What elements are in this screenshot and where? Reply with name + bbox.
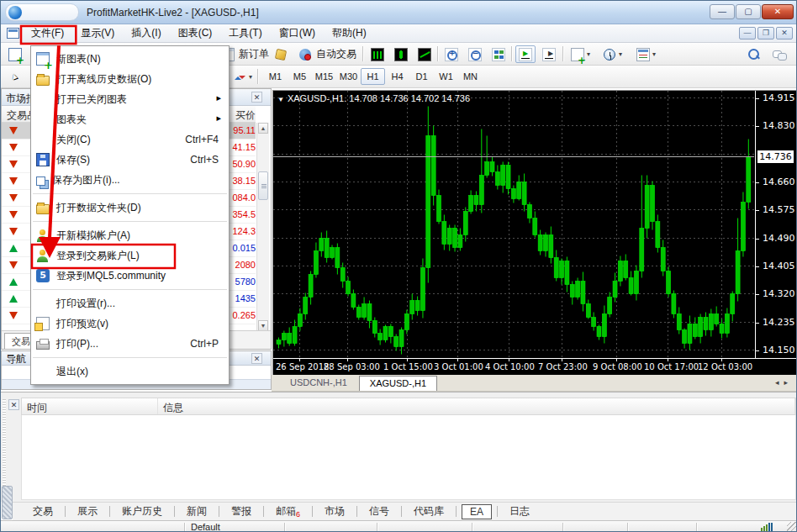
file-menu-item[interactable]: 登录到MQL5.community — [31, 266, 229, 286]
bar-chart-icon — [371, 48, 384, 61]
child-minimize-button[interactable]: — — [739, 27, 756, 40]
time-column-header: 时间 — [22, 398, 158, 414]
terminal-tab-0[interactable]: 交易 — [26, 503, 60, 520]
price-label: 14.150 — [756, 345, 796, 356]
timeframe-w1[interactable]: W1 — [434, 68, 458, 85]
menu-icon-blank — [36, 133, 50, 146]
profile-label[interactable]: Default — [191, 522, 220, 532]
gold-nugget-icon — [275, 48, 287, 60]
line-chart-button[interactable] — [414, 45, 435, 63]
candlestick-chart-button[interactable] — [391, 45, 411, 63]
print-icon — [36, 341, 50, 350]
connection-status-icon[interactable] — [761, 523, 774, 532]
file-menu-item[interactable]: 退出(x) — [31, 361, 229, 382]
file-menu-item[interactable]: 打印设置(r)... — [31, 293, 229, 313]
zoom-out-button[interactable] — [465, 45, 485, 63]
close-button[interactable]: ✕ — [762, 4, 794, 19]
menubar-item-help[interactable]: 帮助(H) — [324, 24, 375, 43]
timeframe-m15[interactable]: M15 — [312, 68, 336, 85]
scroll-up-icon[interactable]: ▲ — [258, 123, 268, 134]
trend-up-icon — [9, 295, 18, 303]
auto-scroll-button[interactable] — [515, 45, 536, 63]
scrollbar-thumb[interactable] — [258, 171, 268, 200]
menubar-item-file[interactable]: 文件(F) — [23, 24, 72, 43]
message-column-header: 信息 — [158, 398, 795, 414]
menubar-item-insert[interactable]: 插入(I) — [123, 24, 169, 43]
restore-button[interactable]: ▢ — [736, 4, 761, 19]
terminal-tab-2[interactable]: 账户历史 — [115, 503, 169, 520]
terminal-tab-1[interactable]: 展示 — [71, 503, 104, 520]
periods-button[interactable] — [599, 45, 625, 63]
terminal-tab-8[interactable]: 代码库 — [407, 503, 451, 520]
market-button[interactable] — [271, 45, 291, 63]
menu-item-label: 登录到交易账户(L) — [56, 249, 140, 263]
search-button[interactable] — [744, 45, 764, 63]
terminal-body[interactable] — [21, 415, 796, 500]
file-menu-item[interactable]: 打印(P)...Ctrl+P — [31, 334, 229, 354]
terminal-dock-icon[interactable] — [2, 486, 13, 519]
file-menu-item[interactable]: 打开离线历史数据(O) — [31, 69, 229, 89]
resize-grip-icon[interactable] — [787, 522, 797, 532]
chart-dropdown-icon[interactable] — [277, 93, 284, 103]
status-divider — [377, 523, 377, 532]
chart-shift-button[interactable] — [539, 45, 559, 63]
market-watch-close-icon[interactable]: ✕ — [251, 92, 262, 103]
tile-windows-button[interactable] — [488, 45, 509, 63]
terminal-tab-6[interactable]: 市场 — [318, 503, 351, 520]
menubar-item-window[interactable]: 窗口(W) — [271, 24, 324, 43]
timeframe-h4[interactable]: H4 — [385, 68, 409, 85]
timeframe-mn[interactable]: MN — [458, 68, 483, 85]
cursor-button[interactable] — [4, 68, 24, 86]
chat-button[interactable] — [769, 45, 789, 63]
chart-tab[interactable]: XAGUSD-,H1 — [359, 376, 437, 391]
menu-separator — [33, 221, 227, 222]
chart-plot-area[interactable]: XAGUSD-,H1. 14.708 14.736 14.702 14.736 — [273, 91, 754, 358]
zoom-in-button[interactable] — [441, 45, 462, 63]
timeframe-m5[interactable]: M5 — [288, 68, 312, 85]
file-menu-item[interactable]: 关闭(C)Ctrl+F4 — [31, 129, 229, 150]
arrow-symbols-button[interactable] — [230, 68, 256, 86]
file-menu-item[interactable]: 登录到交易账户(L) — [31, 245, 229, 266]
file-menu-item[interactable]: 保存为图片(i)... — [31, 170, 229, 190]
file-menu-item[interactable]: 图表夹 — [31, 109, 229, 129]
file-menu-item[interactable]: 开新模拟帐户(A) — [31, 225, 229, 245]
terminal-close-icon[interactable]: ✕ — [8, 399, 19, 410]
terminal-tab-ea[interactable]: EA — [462, 504, 492, 519]
bar-chart-button[interactable] — [367, 45, 388, 63]
terminal-tab-10[interactable]: 日志 — [503, 503, 536, 520]
file-menu-item[interactable]: 保存(S)Ctrl+S — [31, 150, 229, 170]
timeframe-h1[interactable]: H1 — [361, 68, 385, 85]
terminal-tab-5[interactable]: 邮箱6 — [269, 503, 307, 520]
market-watch-scrollbar[interactable]: ▲ ▼ — [256, 123, 269, 331]
terminal-tab-4[interactable]: 警报 — [224, 503, 258, 520]
terminal-drag-handle[interactable] — [3, 399, 6, 492]
navigator-close-icon[interactable]: ✕ — [251, 353, 262, 364]
file-menu-item[interactable]: 打印预览(v) — [31, 313, 229, 334]
file-menu-item[interactable]: 新图表(N) — [31, 49, 229, 69]
terminal-tab-7[interactable]: 信号 — [362, 503, 396, 520]
chart-tab[interactable]: USDCNH-,H1 — [280, 376, 357, 391]
timeframe-m1[interactable]: M1 — [263, 68, 288, 85]
timeframe-d1[interactable]: D1 — [409, 68, 434, 85]
menubar-item-charts[interactable]: 图表(C) — [170, 24, 221, 43]
chart-window-icon[interactable] — [7, 28, 19, 39]
terminal-tab-3[interactable]: 新闻 — [180, 503, 214, 520]
menubar-item-view[interactable]: 显示(V) — [72, 24, 123, 43]
new-chart-button[interactable] — [5, 45, 25, 63]
time-axis[interactable]: 26 Sep 201828 Sep 03:001 Oct 15:003 Oct … — [273, 358, 796, 375]
timeframe-m30[interactable]: M30 — [336, 68, 361, 85]
indicators-button[interactable] — [567, 45, 594, 63]
template-icon — [636, 48, 650, 61]
menubar-item-tools[interactable]: 工具(T) — [220, 24, 270, 43]
autotrading-button[interactable]: 自动交易 — [292, 45, 363, 63]
templates-button[interactable] — [633, 45, 659, 63]
file-menu-item[interactable]: 打开数据文件夹(D) — [31, 198, 229, 218]
window-controls: — ▢ ✕ — [709, 4, 794, 19]
child-close-button[interactable]: ✕ — [776, 27, 793, 40]
chart-tab-scroll-icons[interactable]: ◂▸ — [775, 378, 793, 387]
file-menu-item[interactable]: 打开已关闭图表 — [31, 89, 229, 109]
menu-item-label: 开新模拟帐户(A) — [56, 229, 130, 243]
minimize-button[interactable]: — — [710, 4, 735, 19]
price-scale[interactable]: 14.736 14.91514.83014.66014.57514.49014.… — [755, 91, 796, 358]
child-restore-button[interactable]: ❐ — [757, 27, 774, 40]
